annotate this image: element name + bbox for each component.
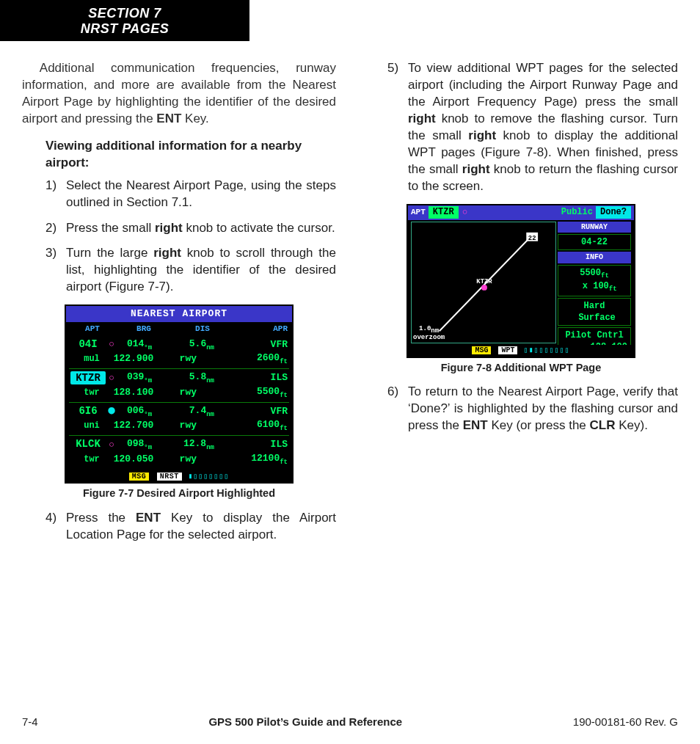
step-number: 2) [45, 220, 66, 237]
page-number: 7-4 [22, 715, 38, 729]
apt-label: APT [411, 207, 426, 218]
hdr-brg: BRG [114, 324, 173, 335]
procedure-list-left: 1)Select the Nearest Airport Page, using… [45, 178, 336, 296]
surface-box: Hard Surface [558, 298, 631, 326]
airport-ident: KLCK [70, 437, 106, 451]
approach: VFR [214, 405, 288, 418]
step-text: Select the Nearest Airport Page, using t… [66, 178, 336, 211]
list-item: 5)To view additional WPT pages for the s… [387, 60, 678, 195]
step-text: Press the small right knob to activate t… [66, 220, 336, 237]
figure-7-7: NEAREST AIRPORT APT BRG DIS APR 04I◯014°… [22, 304, 336, 500]
apt-symbol-icon: ◯ [463, 208, 467, 216]
airport-ident: 6I6 [70, 404, 106, 418]
step-text: To return to the Nearest Airport Page, v… [408, 384, 678, 434]
approach: ILS [214, 371, 288, 384]
wpt-badge: WPT [498, 346, 517, 354]
airport-symbol-icon: ◯ [106, 373, 117, 382]
gps78-bottom-bar: MSG WPT ▯▮▯▯▯▯▯▯▯ [408, 345, 634, 357]
airport-row: KLCK◯098°m12.8nmILStwr120.050rwy12100ft [69, 436, 289, 468]
procedure-heading: Viewing additional information for a nea… [45, 138, 336, 172]
rwy-label: rwy [161, 386, 197, 399]
freq-type: twr [70, 453, 106, 465]
footer-title: GPS 500 Pilot’s Guide and Reference [208, 715, 402, 729]
info-label: INFO [558, 252, 631, 263]
list-item: 3)Turn the large right knob to scroll th… [45, 245, 336, 296]
airport-row: 04I◯014°m5.6nmVFRmul122.900rwy2600ft [69, 336, 289, 369]
airport-row: KTZR◯039°m5.8nmILStwr128.100rwy5500ft [69, 369, 289, 402]
gps78-map: 22 KTZR 1.0nm overzoom [411, 222, 556, 343]
gps77-rows: 04I◯014°m5.6nmVFRmul122.900rwy2600ftKTZR… [66, 336, 292, 470]
svg-point-2 [481, 284, 487, 290]
apt-public: Public [561, 206, 593, 218]
runway-label: RUNWAY [558, 222, 631, 233]
msg-badge: MSG [472, 346, 491, 354]
gps-screen-nearest-airport: NEAREST AIRPORT APT BRG DIS APR 04I◯014°… [65, 304, 294, 484]
frequency: 122.700 [106, 419, 161, 432]
step-number: 6) [387, 384, 408, 434]
rwy-end-label: 22 [528, 234, 536, 241]
freq-type: mul [70, 353, 106, 365]
distance: 7.4nm [161, 404, 214, 419]
bearing: 006°m [117, 404, 161, 419]
rwy-length: 5500ft [197, 385, 288, 400]
airport-symbol-icon: ◯ [106, 340, 117, 349]
rwy-label: rwy [161, 453, 197, 466]
hdr-apr: APR [232, 324, 288, 335]
nrst-badge: NRST [157, 473, 182, 481]
section-line2: NRST PAGES [0, 21, 249, 37]
map-waypoint-label: KTZR [476, 277, 492, 285]
gps77-header-row: APT BRG DIS APR [66, 322, 292, 336]
list-item: 6)To return to the Nearest Airport Page,… [387, 384, 678, 434]
distance: 12.8nm [161, 437, 214, 452]
step-text: Turn the large right knob to scroll thro… [66, 245, 336, 296]
bearing: 039°m [117, 371, 161, 385]
bearing: 014°m [117, 338, 161, 352]
freq-type: uni [70, 420, 106, 431]
airport-symbol-icon: ⬤ [106, 406, 117, 415]
figure-7-7-caption: Figure 7-7 Desired Airport Highlighted [22, 486, 336, 501]
airport-ident: KTZR [70, 371, 106, 385]
runway-value: 04-22 [558, 234, 631, 250]
gps78-side-panel: RUNWAY 04-22 INFO 5500ft x 100ft Hard Su… [558, 222, 631, 356]
figure-7-8: APT KTZR ◯ Public Done? 22 KTZR 1. [364, 204, 678, 376]
left-column: Additional communication frequencies, ru… [22, 60, 336, 700]
right-column: 5)To view additional WPT pages for the s… [364, 60, 678, 700]
done-prompt: Done? [596, 206, 631, 218]
step-number: 4) [45, 510, 66, 544]
distance: 5.6nm [161, 338, 214, 352]
list-item: 2)Press the small right knob to activate… [45, 220, 336, 237]
rwy-length: 12100ft [197, 452, 288, 467]
step-text: Press the ENT Key to display the Airport… [66, 510, 336, 544]
frequency: 120.050 [106, 453, 161, 466]
hdr-apt: APT [70, 324, 114, 335]
approach: VFR [214, 338, 288, 351]
hdr-dis: DIS [173, 324, 232, 335]
airport-symbol-icon: ◯ [106, 440, 117, 449]
info-dimensions: 5500ft x 100ft [558, 265, 631, 296]
rwy-label: rwy [161, 419, 197, 432]
frequency: 122.900 [106, 352, 161, 365]
distance: 5.8nm [161, 371, 214, 385]
step-text: To view additional WPT pages for the sel… [408, 60, 678, 195]
section-line1: SECTION 7 [0, 6, 249, 21]
list-item: 1)Select the Nearest Airport Page, using… [45, 178, 336, 211]
page-bars: ▮▯▯▯▯▯▯▯ [188, 473, 229, 481]
rwy-length: 2600ft [197, 351, 288, 366]
intro-paragraph: Additional communication frequencies, ru… [22, 60, 336, 128]
frequency: 128.100 [106, 386, 161, 399]
freq-type: twr [70, 387, 106, 398]
gps77-bottom-bar: MSG NRST ▮▯▯▯▯▯▯▯ [66, 470, 292, 483]
airport-row: 6I6⬤006°m7.4nmVFRuni122.700rwy6100ft [69, 403, 289, 436]
figure-7-8-caption: Figure 7-8 Additional WPT Page [364, 361, 678, 376]
overzoom-label: 1.0nm overzoom [413, 326, 445, 341]
step-number: 3) [45, 245, 66, 296]
intro-post: Key. [181, 112, 208, 125]
section-header-tab: SECTION 7 NRST PAGES [0, 0, 249, 41]
gps-screen-wpt-page: APT KTZR ◯ Public Done? 22 KTZR 1. [406, 204, 635, 358]
procedure-step-4: 4)Press the ENT Key to display the Airpo… [45, 510, 336, 544]
airport-ident: 04I [70, 338, 106, 351]
step-number: 5) [387, 60, 408, 195]
rwy-label: rwy [161, 352, 197, 365]
rwy-length: 6100ft [197, 418, 288, 433]
footer-rev: 190-00181-60 Rev. G [573, 715, 678, 729]
